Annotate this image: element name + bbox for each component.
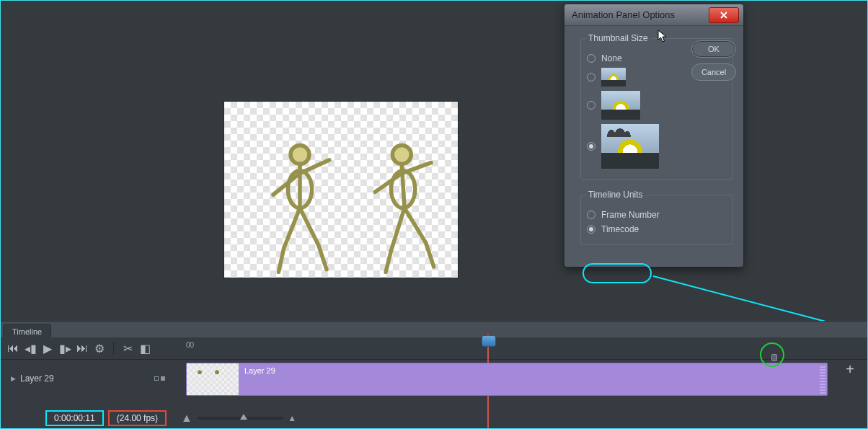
timeline-units-group: Timeline Units Frame Number Timecode (580, 190, 733, 245)
layer-switches[interactable] (154, 373, 170, 384)
track-area[interactable]: 00 Layer 29 + (177, 360, 867, 397)
zoom-slider[interactable]: ▲ ▲ (181, 413, 296, 423)
transition-icon: ◧ (140, 342, 151, 355)
svg-line-15 (404, 208, 426, 243)
units-option-frame[interactable]: Frame Number (587, 210, 727, 220)
current-timecode[interactable]: 0:00:00:11 (45, 410, 104, 426)
svg-line-4 (284, 208, 300, 249)
skip-end-icon: ⏭ (76, 342, 88, 355)
frame-rate[interactable]: (24.00 fps) (108, 410, 167, 426)
time-ruler[interactable]: 00 (186, 338, 867, 360)
clip[interactable]: Layer 29 (186, 363, 828, 396)
thumb-preview-medium (601, 91, 640, 120)
radio-icon (587, 211, 595, 219)
svg-line-13 (391, 208, 405, 251)
split-button[interactable]: ✂ (120, 340, 136, 356)
separator (113, 342, 114, 355)
layer-row: ▶ Layer 29 00 Layer 29 + (1, 359, 867, 397)
timeline-panel: Timeline •• ⏮ ◂▮ ▶ ▮▸ ⏭ ⚙ ✂ ◧ ▶ Layer 29… (1, 321, 867, 428)
dialog-title: Animation Panel Options (572, 9, 675, 20)
units-frame-label: Frame Number (601, 210, 660, 220)
transition-button[interactable]: ◧ (137, 340, 153, 356)
svg-line-5 (278, 248, 283, 272)
prev-frame-button[interactable]: ◂▮ (22, 340, 38, 356)
svg-line-16 (426, 243, 434, 267)
mountains-small-icon: ▲ (181, 412, 192, 425)
dialog-title-bar[interactable]: Animation Panel Options (564, 4, 743, 26)
units-timecode-label: Timecode (601, 224, 639, 234)
svg-point-0 (291, 146, 309, 164)
svg-line-11 (375, 173, 402, 192)
radio-icon (587, 142, 595, 151)
skip-end-button[interactable]: ⏭ (74, 340, 90, 356)
document-canvas[interactable] (224, 102, 458, 278)
next-frame-icon: ▮▸ (59, 342, 71, 355)
ok-button[interactable]: OK (691, 40, 736, 58)
timeline-units-legend: Timeline Units (585, 190, 646, 200)
animation-panel-options-dialog: Animation Panel Options Thumbnail Size N… (564, 4, 743, 267)
thumb-option-large[interactable] (587, 124, 727, 169)
svg-point-9 (392, 146, 411, 164)
cancel-button[interactable]: Cancel (691, 63, 736, 81)
thumb-preview-large (601, 124, 659, 169)
clip-label: Layer 29 (239, 363, 281, 395)
svg-line-14 (386, 251, 391, 273)
skip-start-button[interactable]: ⏮ (5, 340, 21, 356)
work-area-end[interactable] (771, 354, 777, 361)
radio-icon (587, 101, 595, 110)
radio-icon (587, 54, 595, 63)
caret-right-icon: ▶ (11, 375, 16, 382)
zoom-track[interactable] (197, 417, 283, 420)
thumb-option-medium[interactable] (587, 91, 727, 120)
clip-end-grip[interactable] (820, 365, 825, 394)
thumbnail-size-legend: Thumbnail Size (585, 33, 651, 43)
clip-thumbnail (187, 363, 239, 395)
layer-header[interactable]: ▶ Layer 29 (1, 373, 177, 384)
radio-icon (587, 73, 595, 81)
units-option-timecode[interactable]: Timecode (587, 224, 727, 234)
close-icon (719, 11, 728, 19)
timeline-tab[interactable]: Timeline (4, 324, 50, 339)
play-button[interactable]: ▶ (40, 340, 56, 356)
gear-icon: ⚙ (94, 342, 105, 355)
radio-icon (587, 225, 595, 234)
timeline-footer: 0:00:00:11 (24.00 fps) ▲ ▲ (1, 410, 867, 426)
skeleton-figure (361, 141, 448, 275)
mountains-large-icon: ▲ (288, 413, 296, 423)
thumb-none-label: None (601, 53, 622, 63)
close-button[interactable] (709, 7, 739, 23)
ruler-label: 00 (186, 341, 194, 349)
play-icon: ▶ (43, 342, 52, 355)
svg-line-6 (300, 208, 319, 246)
svg-line-7 (319, 245, 327, 269)
skeleton-figure (257, 141, 343, 275)
next-frame-button[interactable]: ▮▸ (57, 340, 73, 356)
skip-start-icon: ⏮ (7, 342, 19, 355)
add-icon: + (846, 361, 854, 377)
layer-name: Layer 29 (20, 373, 54, 384)
prev-frame-icon: ◂▮ (25, 342, 37, 355)
add-track-button[interactable]: + (843, 363, 857, 377)
settings-button[interactable]: ⚙ (92, 340, 107, 356)
scissors-icon: ✂ (123, 342, 133, 355)
thumb-preview-small (601, 68, 626, 87)
dialog-buttons: OK Cancel (691, 40, 736, 81)
